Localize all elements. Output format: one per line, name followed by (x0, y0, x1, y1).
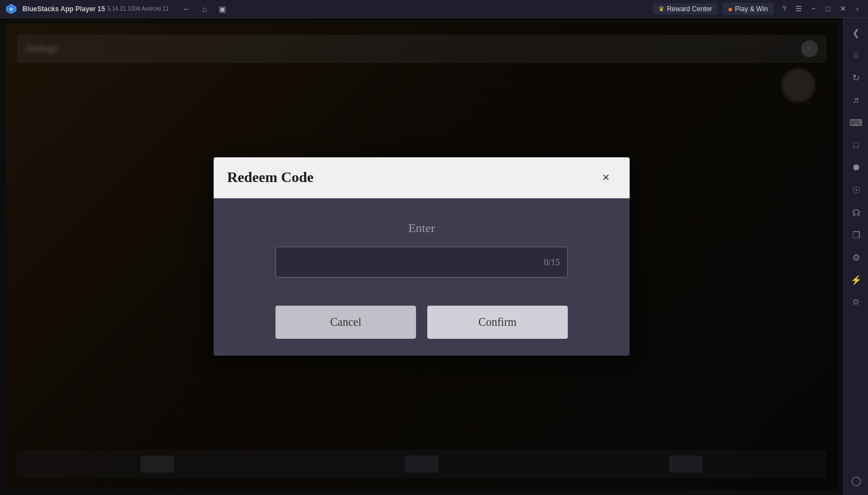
main-area: Settings ✕ Redeem Code × Enter 0/15 (0, 18, 843, 495)
keyboard-button[interactable]: ⌨ (846, 112, 866, 133)
modal-buttons: Cancel Confirm (275, 306, 568, 339)
volume-button[interactable]: ♬ (846, 90, 866, 110)
back-button[interactable]: ← (180, 2, 193, 16)
rotate-button[interactable]: ↻ (846, 67, 866, 88)
screenshot-button[interactable]: □ (846, 135, 866, 155)
close-button[interactable]: ✕ (837, 3, 849, 15)
macro-button[interactable]: ⚡ (846, 270, 866, 290)
app-version: 5.14.21.1004 Android 11 (107, 6, 169, 12)
maximize-button[interactable]: □ (822, 3, 834, 15)
crown-icon: ♛ (658, 5, 664, 13)
modal-close-button[interactable]: × (596, 167, 616, 188)
camera-button[interactable]: ☊ (846, 202, 866, 222)
eco-button[interactable]: ⚙ (846, 247, 866, 267)
cancel-button[interactable]: Cancel (275, 306, 416, 339)
record-button[interactable]: ⏺ (846, 157, 866, 178)
code-input-container: 0/15 (275, 247, 568, 278)
modal-overlay: Redeem Code × Enter 0/15 Cancel Confirm (0, 18, 843, 495)
app-name: BlueStacks App Player 15 (22, 5, 105, 13)
home-sidebar-button[interactable]: ⌂ (846, 45, 866, 65)
reward-center-button[interactable]: ♛ Reward Center (653, 3, 718, 15)
menu-button[interactable]: ☰ (793, 3, 805, 15)
modal-title: Redeem Code (227, 169, 314, 186)
redeem-code-modal: Redeem Code × Enter 0/15 Cancel Confirm (214, 157, 630, 356)
window-controls: ? ☰ − □ ✕ › (778, 3, 864, 15)
code-counter: 0/15 (544, 257, 560, 267)
copy-button[interactable]: ▣ (216, 2, 229, 16)
home-button[interactable]: ⌂ (198, 2, 211, 16)
play-win-button[interactable]: ● Play & Win (722, 3, 774, 15)
reward-center-label: Reward Center (667, 5, 712, 13)
play-win-label: Play & Win (735, 5, 768, 13)
modal-header: Redeem Code × (214, 157, 630, 198)
titlebar: BlueStacks App Player 15 5.14.21.1004 An… (0, 0, 868, 18)
enter-label: Enter (408, 221, 435, 235)
settings-button[interactable]: ⛭ (846, 292, 866, 312)
location-button[interactable]: ☉ (846, 180, 866, 200)
help-button[interactable]: ? (778, 3, 790, 15)
orange-dot-icon: ● (728, 4, 733, 13)
modal-body: Enter 0/15 Cancel Confirm (214, 198, 630, 356)
profile-button[interactable]: ◯ (846, 470, 866, 491)
minimize-button[interactable]: − (807, 3, 820, 15)
expand-sidebar-button[interactable]: ❮ (846, 22, 866, 43)
app-logo (3, 1, 19, 17)
right-sidebar: ❮ ⌂ ↻ ♬ ⌨ □ ⏺ ☉ ☊ ❐ ⚙ ⚡ ⛭ ◯ (843, 18, 868, 495)
sidebar-toggle-button[interactable]: › (851, 3, 864, 15)
multi-button[interactable]: ❐ (846, 225, 866, 245)
titlebar-right: ♛ Reward Center ● Play & Win ? ☰ − □ ✕ › (653, 3, 868, 15)
titlebar-nav: ← ⌂ ▣ (180, 2, 229, 16)
confirm-button[interactable]: Confirm (427, 306, 568, 339)
code-input[interactable] (275, 247, 568, 278)
